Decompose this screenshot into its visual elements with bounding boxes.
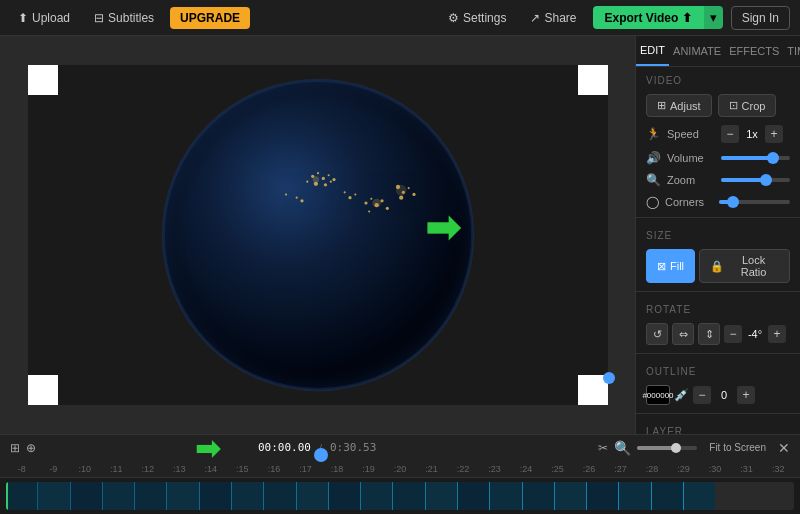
outline-minus[interactable]: − xyxy=(693,386,711,404)
track-frame xyxy=(329,482,360,510)
navbar-right: ⚙ Settings ↗ Share Export Video ⬆ ▾ Sign… xyxy=(440,6,790,30)
ruler-mark: :17 xyxy=(290,464,322,474)
outline-color-swatch[interactable]: #000000 xyxy=(646,385,670,405)
flip-h-button[interactable]: ⇔ xyxy=(672,323,694,345)
settings-button[interactable]: ⚙ Settings xyxy=(440,7,514,29)
timeline-ruler: -8 -9 :10 :11 :12 :13 :14 :15 :16 :17 :1… xyxy=(0,460,800,478)
timeline-tracks xyxy=(0,478,800,514)
ruler-mark: :11 xyxy=(101,464,133,474)
corners-icon: ◯ xyxy=(646,195,659,209)
sign-in-button[interactable]: Sign In xyxy=(731,6,790,30)
subtitles-button[interactable]: ⊟ Subtitles xyxy=(86,7,162,29)
rotate-plus[interactable]: + xyxy=(768,325,786,343)
fill-icon: ⊠ xyxy=(657,260,666,273)
crop-button[interactable]: ⊡ Crop xyxy=(718,94,777,117)
divider-1 xyxy=(636,217,800,218)
rotate-ccw-button[interactable]: ↺ xyxy=(646,323,668,345)
ruler-mark: :23 xyxy=(479,464,511,474)
video-track[interactable] xyxy=(6,482,794,510)
volume-fill xyxy=(721,156,773,160)
track-frame xyxy=(103,482,134,510)
tab-timing[interactable]: TIMING xyxy=(783,36,800,66)
close-timeline-button[interactable]: ✕ xyxy=(778,440,790,456)
ruler-mark: -9 xyxy=(38,464,70,474)
rotate-section-label: ROTATE xyxy=(636,296,800,319)
track-clip[interactable] xyxy=(6,482,715,510)
fill-button[interactable]: ⊠ Fill xyxy=(646,249,695,283)
track-frame xyxy=(135,482,166,510)
rotate-controls: ↺ ⇔ ⇕ − -4° + xyxy=(636,319,800,349)
zoom-label: Zoom xyxy=(667,174,715,186)
size-section-label: SIZE xyxy=(636,222,800,245)
volume-slider[interactable] xyxy=(721,156,790,160)
zoom-thumb[interactable] xyxy=(760,174,772,186)
track-frame xyxy=(587,482,618,510)
scissors-icon[interactable]: ✂ xyxy=(598,441,608,455)
speed-minus[interactable]: − xyxy=(721,125,739,143)
speed-icon: 🏃 xyxy=(646,127,661,141)
eyedropper-icon[interactable]: 💉 xyxy=(674,388,689,402)
zoom-in-icon[interactable]: 🔍 xyxy=(614,440,631,456)
tab-animate[interactable]: ANIMATE xyxy=(669,36,725,66)
ruler-mark: :27 xyxy=(605,464,637,474)
corner-bl xyxy=(28,375,58,405)
canvas-bg xyxy=(28,65,608,405)
timeline-zoom-slider[interactable] xyxy=(637,446,697,450)
ruler-mark: :10 xyxy=(69,464,101,474)
position-handle[interactable] xyxy=(603,372,615,384)
ruler-mark: :28 xyxy=(636,464,668,474)
export-chevron-button[interactable]: ▾ xyxy=(704,6,723,29)
corners-thumb[interactable] xyxy=(727,196,739,208)
speed-plus[interactable]: + xyxy=(765,125,783,143)
ruler-mark: :18 xyxy=(321,464,353,474)
timeline-area: ⊞ ⊕ 00:00.00 / 0:30.53 ✂ 🔍 Fit to Screen… xyxy=(0,434,800,514)
lock-ratio-button[interactable]: 🔒 Lock Ratio xyxy=(699,249,790,283)
track-frame xyxy=(167,482,198,510)
playhead-dot[interactable] xyxy=(314,448,328,462)
corners-slider[interactable] xyxy=(719,200,790,204)
tab-edit[interactable]: EDIT xyxy=(636,36,669,66)
export-video-button[interactable]: Export Video ⬆ xyxy=(593,6,704,29)
volume-icon: 🔊 xyxy=(646,151,661,165)
divider-2 xyxy=(636,291,800,292)
ruler-mark: :31 xyxy=(731,464,763,474)
outline-controls: #000000 💉 − 0 + xyxy=(636,381,800,409)
timeline-icon-2: ⊕ xyxy=(26,441,36,455)
playhead-line xyxy=(6,482,8,510)
ruler-mark: :15 xyxy=(227,464,259,474)
speed-label: Speed xyxy=(667,128,715,140)
upgrade-button[interactable]: UPGRADE xyxy=(170,7,250,29)
settings-icon: ⚙ xyxy=(448,11,459,25)
canvas-area: ➡ xyxy=(0,36,635,434)
rotate-value: -4° xyxy=(746,328,764,340)
track-frame xyxy=(490,482,521,510)
rotate-arrow-indicator: ➡ xyxy=(425,203,460,252)
track-frame xyxy=(393,482,424,510)
divider-3 xyxy=(636,353,800,354)
upload-button[interactable]: ⬆ Upload xyxy=(10,7,78,29)
track-frame xyxy=(523,482,554,510)
adjust-icon: ⊞ xyxy=(657,99,666,112)
ruler-mark: :16 xyxy=(258,464,290,474)
zoom-slider[interactable] xyxy=(721,178,790,182)
ruler-mark: :22 xyxy=(447,464,479,474)
rotate-minus[interactable]: − xyxy=(724,325,742,343)
track-frame xyxy=(38,482,69,510)
right-panel: EDIT ANIMATE EFFECTS TIMING VIDEO ⊞ Adju… xyxy=(635,36,800,434)
video-section-label: VIDEO xyxy=(636,67,800,90)
zoom-icon: 🔍 xyxy=(646,173,661,187)
timeline-arrow-indicator: ➡ xyxy=(195,431,220,466)
flip-v-button[interactable]: ⇕ xyxy=(698,323,720,345)
share-button[interactable]: ↗ Share xyxy=(522,7,584,29)
timeline-track-container: -8 -9 :10 :11 :12 :13 :14 :15 :16 :17 :1… xyxy=(0,460,800,514)
ruler-mark: :25 xyxy=(542,464,574,474)
adjust-button[interactable]: ⊞ Adjust xyxy=(646,94,712,117)
volume-thumb[interactable] xyxy=(767,152,779,164)
zoom-slider-thumb[interactable] xyxy=(671,443,681,453)
ruler-mark: :13 xyxy=(164,464,196,474)
navbar-left: ⬆ Upload ⊟ Subtitles UPGRADE xyxy=(10,7,250,29)
track-frame xyxy=(6,482,37,510)
fit-screen-button[interactable]: Fit to Screen xyxy=(703,440,772,455)
tab-effects[interactable]: EFFECTS xyxy=(725,36,783,66)
outline-plus[interactable]: + xyxy=(737,386,755,404)
